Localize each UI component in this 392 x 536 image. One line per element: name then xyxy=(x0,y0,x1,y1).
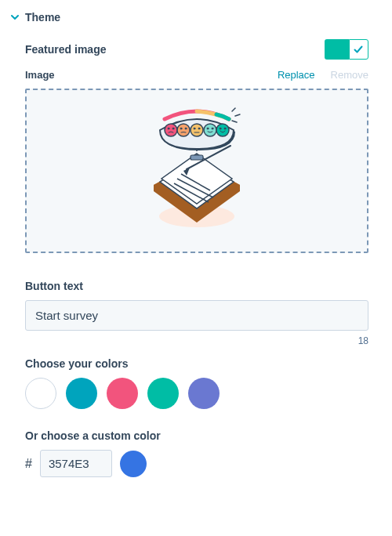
color-swatch-purple[interactable] xyxy=(188,378,220,409)
colors-group: Choose your colors xyxy=(25,357,368,409)
featured-image-toggle[interactable] xyxy=(325,39,368,60)
toggle-track xyxy=(325,39,349,60)
custom-color-label: Or choose a custom color xyxy=(25,429,368,442)
custom-color-row: # xyxy=(25,450,368,477)
svg-point-24 xyxy=(224,128,226,129)
custom-color-swatch[interactable] xyxy=(120,451,147,477)
color-swatch-pink[interactable] xyxy=(107,378,138,409)
svg-point-16 xyxy=(180,128,182,129)
button-text-input[interactable] xyxy=(25,300,368,331)
svg-point-9 xyxy=(165,124,177,136)
color-swatch-green[interactable] xyxy=(147,378,179,409)
check-icon xyxy=(353,44,364,55)
svg-point-13 xyxy=(216,124,229,136)
svg-point-23 xyxy=(220,128,221,129)
colors-label: Choose your colors xyxy=(25,357,368,370)
svg-point-19 xyxy=(198,128,200,129)
svg-point-14 xyxy=(168,128,169,129)
color-swatch-white[interactable] xyxy=(25,378,56,409)
image-header-row: Image Replace Remove xyxy=(25,69,368,81)
remove-action: Remove xyxy=(331,69,368,81)
toggle-thumb xyxy=(349,39,368,60)
chevron-down-icon xyxy=(11,13,19,21)
button-text-group: Button text 18 xyxy=(25,280,368,346)
svg-line-26 xyxy=(235,114,240,116)
hex-hash-symbol: # xyxy=(25,457,32,471)
svg-point-18 xyxy=(194,128,195,129)
color-swatches xyxy=(25,378,368,409)
featured-image-row: Featured image xyxy=(25,39,368,60)
survey-illustration xyxy=(138,107,256,235)
theme-section-title: Theme xyxy=(25,11,60,24)
replace-action[interactable]: Replace xyxy=(278,69,315,81)
button-text-char-count: 18 xyxy=(25,335,368,346)
svg-line-25 xyxy=(232,108,235,111)
theme-section-header[interactable]: Theme xyxy=(11,11,368,24)
svg-rect-29 xyxy=(191,155,203,160)
image-preview-box[interactable] xyxy=(25,89,368,253)
svg-point-10 xyxy=(177,124,190,136)
custom-color-group: Or choose a custom color # xyxy=(25,429,368,477)
svg-point-21 xyxy=(207,128,209,129)
featured-image-label: Featured image xyxy=(25,43,106,56)
button-text-label: Button text xyxy=(25,280,368,292)
color-swatch-teal[interactable] xyxy=(66,378,97,409)
image-label: Image xyxy=(25,69,55,81)
hex-input[interactable] xyxy=(40,450,112,477)
image-actions: Replace Remove xyxy=(278,69,368,81)
svg-line-27 xyxy=(232,121,237,122)
svg-point-11 xyxy=(191,124,203,136)
svg-point-22 xyxy=(212,128,213,129)
svg-point-17 xyxy=(185,128,187,129)
svg-point-15 xyxy=(172,128,174,129)
svg-point-12 xyxy=(204,124,216,136)
